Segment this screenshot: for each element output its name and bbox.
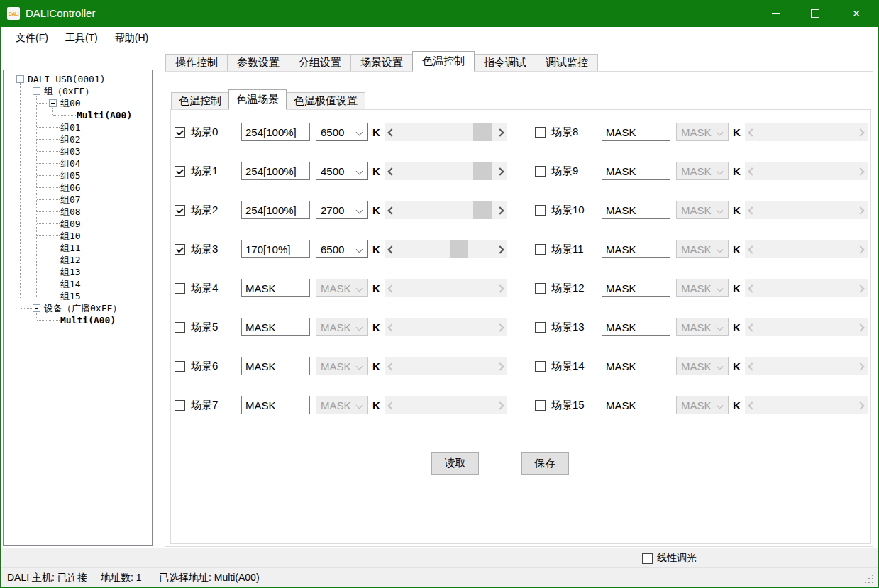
save-button[interactable]: 保存 xyxy=(521,452,569,475)
scene-temp-dropdown-6[interactable]: MASK xyxy=(316,357,368,375)
tree-item-19[interactable]: 设备（广播0xFF） xyxy=(4,302,152,314)
scene-level-input-5[interactable] xyxy=(241,318,310,336)
scene-level-input-1[interactable] xyxy=(241,162,310,180)
tree-collapse-icon[interactable] xyxy=(33,87,40,95)
tree-collapse-icon[interactable] xyxy=(33,304,40,312)
tree-item-14[interactable]: 组11 xyxy=(4,242,152,254)
main-tab-3[interactable]: 场景设置 xyxy=(350,54,413,71)
main-tab-5[interactable]: 指令调试 xyxy=(474,54,536,71)
scene-checkbox-3[interactable] xyxy=(175,244,185,255)
scene-level-input-11[interactable] xyxy=(602,240,670,258)
tree-item-12[interactable]: 组09 xyxy=(4,218,152,230)
scene-temp-dropdown-10[interactable]: MASK xyxy=(676,201,729,219)
scene-temp-scrollbar-1[interactable] xyxy=(385,162,507,180)
resize-grip-icon[interactable] xyxy=(872,582,873,583)
tree-item-15[interactable]: 组12 xyxy=(4,254,152,266)
main-tab-1[interactable]: 参数设置 xyxy=(227,54,289,71)
tree-item-0[interactable]: DALI USB(0001) xyxy=(4,73,152,85)
scene-checkbox-10[interactable] xyxy=(535,205,546,216)
linear-dimming-checkbox[interactable] xyxy=(642,553,653,564)
tree-collapse-icon[interactable] xyxy=(16,75,24,83)
scroll-right-arrow[interactable] xyxy=(495,123,507,141)
main-tab-0[interactable]: 操作控制 xyxy=(165,54,228,71)
scrollbar-thumb[interactable] xyxy=(473,201,492,219)
scene-level-input-4[interactable] xyxy=(241,279,310,297)
menu-item-1[interactable]: 工具(T) xyxy=(57,28,106,48)
scene-checkbox-11[interactable] xyxy=(535,244,546,255)
tree-item-5[interactable]: 组02 xyxy=(4,133,152,145)
menu-item-0[interactable]: 文件(F) xyxy=(7,28,57,48)
scene-checkbox-7[interactable] xyxy=(175,400,185,411)
scene-temp-dropdown-7[interactable]: MASK xyxy=(316,396,368,414)
scene-temp-dropdown-3[interactable]: 6500 xyxy=(316,240,368,258)
scene-checkbox-6[interactable] xyxy=(175,361,185,372)
scene-level-input-7[interactable] xyxy=(241,396,310,414)
tree-item-4[interactable]: 组01 xyxy=(4,121,152,133)
tree-item-20[interactable]: Multi(A00) xyxy=(4,314,152,326)
scroll-left-arrow[interactable] xyxy=(385,201,397,219)
scrollbar-thumb[interactable] xyxy=(473,123,492,141)
scene-checkbox-15[interactable] xyxy=(535,400,546,411)
scene-level-input-8[interactable] xyxy=(602,123,670,141)
scene-checkbox-13[interactable] xyxy=(535,322,546,333)
scene-level-input-0[interactable] xyxy=(241,123,310,141)
tree-item-13[interactable]: 组10 xyxy=(4,230,152,242)
scene-temp-dropdown-13[interactable]: MASK xyxy=(676,318,729,336)
scene-checkbox-5[interactable] xyxy=(175,322,185,333)
menu-item-2[interactable]: 帮助(H) xyxy=(106,28,157,48)
tree-item-2[interactable]: 组00 xyxy=(4,97,152,109)
main-tab-6[interactable]: 调试监控 xyxy=(536,54,598,71)
main-tab-2[interactable]: 分组设置 xyxy=(289,54,351,71)
main-tab-4[interactable]: 色温控制 xyxy=(412,51,475,72)
sub-tab-1[interactable]: 色温场景 xyxy=(228,89,287,110)
scene-checkbox-14[interactable] xyxy=(535,361,546,372)
tree-item-11[interactable]: 组08 xyxy=(4,206,152,218)
scene-level-input-12[interactable] xyxy=(602,279,670,297)
scene-level-input-9[interactable] xyxy=(602,162,670,180)
scene-temp-dropdown-1[interactable]: 4500 xyxy=(316,162,368,180)
maximize-button[interactable] xyxy=(795,0,835,27)
read-button[interactable]: 读取 xyxy=(431,452,479,475)
scene-temp-dropdown-14[interactable]: MASK xyxy=(676,357,729,375)
scene-checkbox-0[interactable] xyxy=(175,127,185,138)
scene-temp-dropdown-0[interactable]: 6500 xyxy=(316,123,368,141)
scroll-left-arrow[interactable] xyxy=(385,123,397,141)
scene-temp-dropdown-12[interactable]: MASK xyxy=(676,279,729,297)
tree-item-9[interactable]: 组06 xyxy=(4,182,152,194)
close-button[interactable]: ✕ xyxy=(836,0,876,27)
scene-checkbox-12[interactable] xyxy=(535,283,546,294)
tree-item-16[interactable]: 组13 xyxy=(4,266,152,278)
tree-item-17[interactable]: 组14 xyxy=(4,278,152,290)
scene-temp-dropdown-4[interactable]: MASK xyxy=(316,279,368,297)
tree-item-18[interactable]: 组15 xyxy=(4,290,152,302)
scene-checkbox-2[interactable] xyxy=(175,205,185,216)
scene-checkbox-4[interactable] xyxy=(175,283,185,294)
scene-temp-dropdown-8[interactable]: MASK xyxy=(676,123,729,141)
scene-temp-dropdown-9[interactable]: MASK xyxy=(676,162,729,180)
scene-level-input-14[interactable] xyxy=(602,357,670,375)
scroll-left-arrow[interactable] xyxy=(385,162,397,180)
scene-level-input-10[interactable] xyxy=(602,201,670,219)
scrollbar-thumb[interactable] xyxy=(450,240,468,258)
scene-temp-scrollbar-0[interactable] xyxy=(385,123,507,141)
scene-temp-scrollbar-2[interactable] xyxy=(385,201,507,219)
minimize-button[interactable] xyxy=(756,0,795,27)
tree-item-6[interactable]: 组03 xyxy=(4,145,152,157)
scene-temp-dropdown-11[interactable]: MASK xyxy=(676,240,729,258)
scroll-right-arrow[interactable] xyxy=(495,240,507,258)
scene-temp-dropdown-15[interactable]: MASK xyxy=(676,396,729,414)
tree-collapse-icon[interactable] xyxy=(49,99,57,107)
tree-item-1[interactable]: 组（0xFF） xyxy=(4,85,152,97)
scrollbar-thumb[interactable] xyxy=(473,162,492,180)
scene-checkbox-8[interactable] xyxy=(535,127,546,138)
scene-temp-dropdown-2[interactable]: 2700 xyxy=(316,201,368,219)
scene-level-input-3[interactable] xyxy=(241,240,310,258)
scene-level-input-15[interactable] xyxy=(602,396,670,414)
tree-item-7[interactable]: 组04 xyxy=(4,157,152,170)
scroll-left-arrow[interactable] xyxy=(385,240,397,258)
scroll-right-arrow[interactable] xyxy=(495,201,507,219)
scene-level-input-13[interactable] xyxy=(602,318,670,336)
sub-tab-2[interactable]: 色温极值设置 xyxy=(286,92,365,109)
scene-temp-dropdown-5[interactable]: MASK xyxy=(316,318,368,336)
tree-item-8[interactable]: 组05 xyxy=(4,170,152,182)
